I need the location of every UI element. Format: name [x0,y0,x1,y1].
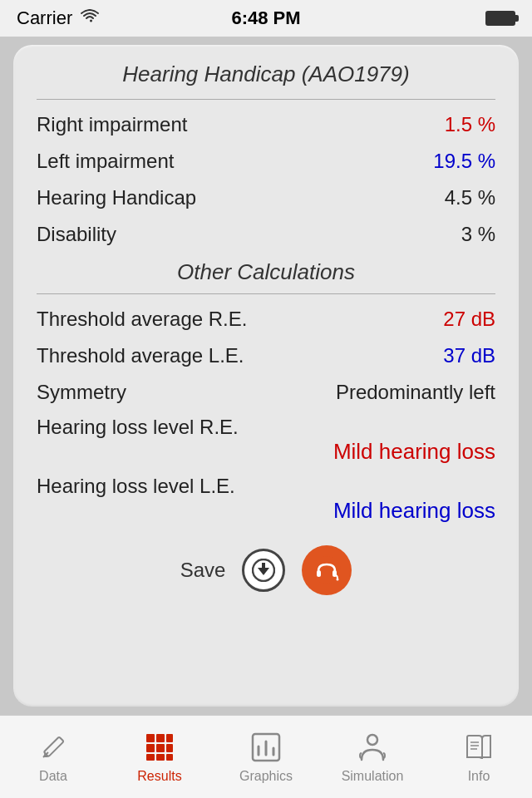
svg-rect-11 [156,734,165,742]
threshold-le-label: Threshold average L.E. [37,344,244,367]
book-icon [464,732,494,762]
results-tab-icon [143,731,176,764]
status-bar: Carrier 6:48 PM [0,0,532,37]
right-impairment-value: 1.5 % [445,113,495,136]
card: Hearing Handicap (AAO1979) Right impairm… [13,45,519,707]
left-impairment-label: Left impairment [37,150,174,173]
tab-data[interactable]: Data [0,731,106,784]
pencil-icon [38,732,68,762]
right-impairment-label: Right impairment [37,113,187,136]
svg-rect-13 [146,744,155,752]
disability-value: 3 % [461,223,495,246]
info-tab-icon [462,731,495,764]
svg-rect-18 [166,754,173,761]
ear-icon [311,554,342,586]
disability-label: Disability [37,223,116,246]
hearing-handicap-value: 4.5 % [445,186,495,209]
row-disability: Disability 3 % [37,216,495,253]
tab-graphics[interactable]: Graphics [213,731,319,784]
symmetry-label: Symmetry [37,381,126,404]
row-threshold-le: Threshold average L.E. 37 dB [37,337,495,374]
download-icon [252,559,275,582]
svg-rect-14 [156,744,165,752]
hearing-handicap-label: Hearing Handicap [37,186,196,209]
hearing-loss-re-value: Mild hearing loss [37,439,495,465]
tab-results-label: Results [137,769,181,784]
grid-icon [143,731,176,764]
symmetry-value: Predominantly left [336,381,495,404]
hearing-loss-le-block: Hearing loss level L.E. Mild hearing los… [37,470,495,529]
divider-1 [37,99,495,100]
graphics-tab-icon [249,731,283,764]
data-tab-icon [37,731,70,764]
left-impairment-value: 19.5 % [433,150,495,173]
hearing-loss-le-label: Hearing loss level L.E. [37,475,495,498]
save-section: Save [37,539,495,595]
save-label: Save [180,559,226,582]
battery-icon [485,11,515,26]
chart-icon [250,732,282,763]
tab-graphics-label: Graphics [239,769,293,784]
row-right-impairment: Right impairment 1.5 % [37,106,495,143]
svg-rect-4 [317,570,321,577]
tab-data-label: Data [39,769,67,784]
tab-info-label: Info [468,769,490,784]
svg-rect-17 [156,754,165,761]
other-calculations-title: Other Calculations [37,259,495,285]
hearing-loss-re-block: Hearing loss level R.E. Mild hearing los… [37,411,495,470]
row-hearing-handicap: Hearing Handicap 4.5 % [37,180,495,216]
simulation-tab-icon [356,731,389,764]
tab-bar: Data Results [0,715,532,798]
divider-2 [37,293,495,294]
row-threshold-re: Threshold average R.E. 27 dB [37,301,495,337]
tab-simulation[interactable]: Simulation [319,731,426,784]
main-content: Hearing Handicap (AAO1979) Right impairm… [13,45,519,707]
row-symmetry: Symmetry Predominantly left [37,374,495,411]
svg-point-23 [367,735,377,745]
carrier-text: Carrier [17,7,72,29]
tab-simulation-label: Simulation [342,769,404,784]
wifi-icon [81,7,99,29]
svg-rect-15 [166,744,173,752]
tab-results[interactable]: Results [106,731,213,784]
status-time: 6:48 PM [231,7,300,29]
row-left-impairment: Left impairment 19.5 % [37,143,495,180]
svg-rect-2 [262,563,265,570]
threshold-le-value: 37 dB [443,344,495,367]
card-title: Hearing Handicap (AAO1979) [37,62,495,87]
tab-info[interactable]: Info [426,731,532,784]
save-button[interactable] [242,549,285,592]
headphones-person-icon [357,732,388,763]
ear-button[interactable] [302,545,352,595]
threshold-re-value: 27 dB [443,308,495,331]
hearing-loss-re-label: Hearing loss level R.E. [37,416,495,439]
svg-rect-16 [146,754,155,761]
svg-rect-12 [166,734,173,742]
hearing-loss-le-value: Mild hearing loss [37,498,495,524]
status-right [485,11,515,26]
svg-point-6 [337,579,339,581]
status-left: Carrier [17,7,99,29]
svg-rect-10 [146,734,155,742]
threshold-re-label: Threshold average R.E. [37,308,247,331]
